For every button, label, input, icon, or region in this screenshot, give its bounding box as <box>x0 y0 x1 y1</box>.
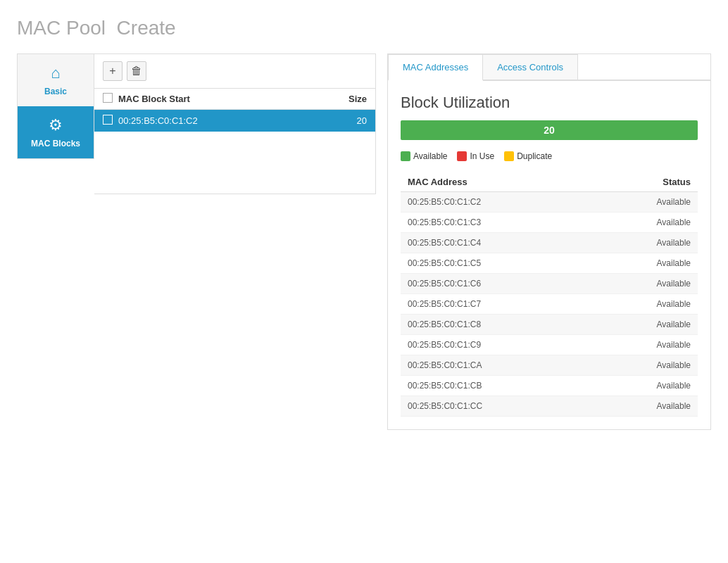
address-table-row: 00:25:B5:C0:C1:C3Available <box>401 213 698 233</box>
address-table-row: 00:25:B5:C0:C1:C6Available <box>401 274 698 294</box>
tab-bar: MAC Addresses Access Controls <box>388 54 710 81</box>
available-dot <box>401 151 410 161</box>
block-utilization-title: Block Utilization <box>401 94 698 112</box>
right-panel: MAC Addresses Access Controls Block Util… <box>387 53 711 430</box>
toolbar: + 🗑 <box>94 54 375 89</box>
mac-address-cell: 00:25:B5:C0:C1:C2 <box>401 192 593 213</box>
row-checkbox[interactable] <box>103 115 113 125</box>
mac-blocks-panel: + 🗑 MAC Block Start Size 00:25:B5:C0:C1:… <box>94 53 376 194</box>
address-table-row: 00:25:B5:C0:C1:C4Available <box>401 233 698 253</box>
tab-content-mac-addresses: Block Utilization 20 Available In Use <box>388 81 710 429</box>
progress-bar-container: 20 <box>401 120 698 140</box>
status-cell: Available <box>593 355 698 376</box>
address-table-row: 00:25:B5:C0:C1:C8Available <box>401 315 698 335</box>
mac-address-cell: 00:25:B5:C0:C1:C9 <box>401 335 593 355</box>
page: MAC Pool Create ⌂ Basic ⚙ MAC Blocks + 🗑 <box>0 0 728 563</box>
status-cell: Available <box>593 233 698 253</box>
mac-address-cell: 00:25:B5:C0:C1:C5 <box>401 253 593 274</box>
status-cell: Available <box>593 335 698 355</box>
status-cell: Available <box>593 253 698 274</box>
sidebar-item-basic[interactable]: ⌂ Basic <box>18 54 94 106</box>
address-table-row: 00:25:B5:C0:C1:C7Available <box>401 294 698 315</box>
page-title-main: MAC Pool <box>17 17 106 39</box>
mac-address-cell: 00:25:B5:C0:C1:CC <box>401 396 593 417</box>
content-area: ⌂ Basic ⚙ MAC Blocks + 🗑 MAC Block Start… <box>17 53 711 430</box>
mac-address-cell: 00:25:B5:C0:C1:C4 <box>401 233 593 253</box>
tab-mac-addresses[interactable]: MAC Addresses <box>388 54 483 81</box>
mac-address-cell: 00:25:B5:C0:C1:C6 <box>401 274 593 294</box>
address-table-row: 00:25:B5:C0:C1:CBAvailable <box>401 376 698 396</box>
col-header-mac: MAC Address <box>401 172 593 192</box>
col-size: Size <box>325 94 367 104</box>
legend: Available In Use Duplicate <box>401 151 698 161</box>
add-button[interactable]: + <box>103 61 123 81</box>
address-table-row: 00:25:B5:C0:C1:CCAvailable <box>401 396 698 417</box>
status-cell: Available <box>593 396 698 417</box>
delete-button[interactable]: 🗑 <box>127 61 146 81</box>
col-mac-block-start: MAC Block Start <box>118 94 325 104</box>
address-table-row: 00:25:B5:C0:C1:C9Available <box>401 335 698 355</box>
mac-block-row[interactable]: 00:25:B5:C0:C1:C2 20 <box>94 110 375 132</box>
mac-table-header: MAC Block Start Size <box>94 89 375 110</box>
legend-available: Available <box>401 151 447 161</box>
mac-address-cell: 00:25:B5:C0:C1:C7 <box>401 294 593 315</box>
status-cell: Available <box>593 192 698 213</box>
header-checkbox[interactable] <box>103 93 113 103</box>
address-table-row: 00:25:B5:C0:C1:C5Available <box>401 253 698 274</box>
address-table-row: 00:25:B5:C0:C1:C2Available <box>401 192 698 213</box>
gear-icon: ⚙ <box>49 116 63 134</box>
mac-address-cell: 00:25:B5:C0:C1:C3 <box>401 213 593 233</box>
legend-duplicate-label: Duplicate <box>517 151 552 161</box>
legend-in-use-label: In Use <box>470 151 494 161</box>
sidebar: ⌂ Basic ⚙ MAC Blocks <box>17 53 94 159</box>
legend-duplicate: Duplicate <box>504 151 552 161</box>
mac-block-size: 20 <box>325 115 367 126</box>
status-cell: Available <box>593 213 698 233</box>
progress-bar: 20 <box>401 120 698 140</box>
legend-in-use: In Use <box>457 151 494 161</box>
mac-address-cell: 00:25:B5:C0:C1:CB <box>401 376 593 396</box>
in-use-dot <box>457 151 467 161</box>
mac-address-cell: 00:25:B5:C0:C1:CA <box>401 355 593 376</box>
mac-block-value: 00:25:B5:C0:C1:C2 <box>118 115 325 126</box>
trash-icon: 🗑 <box>131 65 142 77</box>
legend-available-label: Available <box>413 151 447 161</box>
col-header-status: Status <box>593 172 698 192</box>
page-title-accent: Create <box>117 17 176 39</box>
mac-address-cell: 00:25:B5:C0:C1:C8 <box>401 315 593 335</box>
page-title: MAC Pool Create <box>17 17 711 39</box>
tab-access-controls[interactable]: Access Controls <box>483 54 578 80</box>
sidebar-item-mac-blocks[interactable]: ⚙ MAC Blocks <box>18 106 94 158</box>
duplicate-dot <box>504 151 514 161</box>
status-cell: Available <box>593 315 698 335</box>
progress-bar-value: 20 <box>544 125 555 136</box>
address-table: MAC Address Status 00:25:B5:C0:C1:C2Avai… <box>401 172 698 417</box>
status-cell: Available <box>593 274 698 294</box>
address-table-row: 00:25:B5:C0:C1:CAAvailable <box>401 355 698 376</box>
status-cell: Available <box>593 376 698 396</box>
home-icon: ⌂ <box>51 64 60 82</box>
status-cell: Available <box>593 294 698 315</box>
sidebar-label-basic: Basic <box>44 87 67 96</box>
sidebar-label-mac-blocks: MAC Blocks <box>31 139 80 148</box>
